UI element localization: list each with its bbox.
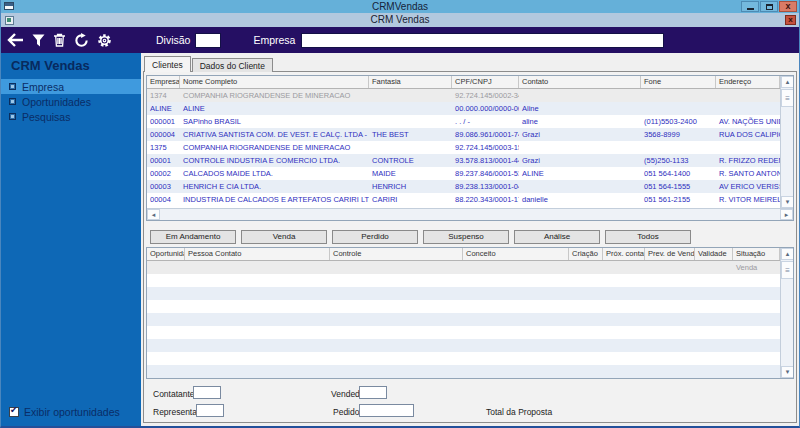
cell (147, 261, 185, 274)
table-row[interactable]: 1375COMPANHIA RIOGRANDENSE DE MINERACAO9… (147, 141, 780, 154)
table-row[interactable]: Venda (147, 261, 780, 274)
inner-close-button[interactable]: x (785, 15, 796, 25)
settings-icon[interactable] (97, 33, 112, 48)
table-row[interactable]: 000004CRIATIVA SANTISTA COM. DE VEST. E … (147, 128, 780, 141)
delete-icon[interactable] (53, 33, 66, 47)
restore-button[interactable] (760, 1, 778, 12)
table-row[interactable]: 00002CALCADOS MAIDE LTDA.MAIDE89.237.846… (147, 167, 780, 180)
column-header-prev-de-venda[interactable]: Prev. de Venda (645, 248, 695, 260)
scroll-up-icon[interactable]: ▴ (781, 76, 794, 88)
cell (695, 339, 733, 352)
cell (733, 313, 780, 326)
table-row[interactable] (147, 352, 780, 365)
column-header-pessoa-contato[interactable]: Pessoa Contato (185, 248, 330, 260)
column-header-fone[interactable]: Fone (641, 76, 716, 88)
scroll-right-icon[interactable]: ▸ (780, 209, 793, 220)
cell: 1375 (147, 141, 180, 154)
status-button-venda[interactable]: Venda (241, 230, 327, 244)
cell: 051 564-1555 (641, 180, 716, 193)
table-row[interactable]: ALINEALINE00.000.000/0000-00Aline (147, 102, 780, 115)
table-row[interactable]: 00004INDUSTRIA DE CALCADOS E ARTEFATOS C… (147, 193, 780, 206)
table-header: EmpresaNome CompletoFantasiaCPF/CNPJCont… (147, 76, 780, 89)
clients-grid: EmpresaNome CompletoFantasiaCPF/CNPJCont… (147, 76, 780, 206)
cell: R. SANTO ANTONIO D (716, 167, 780, 180)
total-proposta-label: Total da Proposta (486, 407, 552, 417)
cell: 89.237.846/0001-53 (452, 167, 519, 180)
table-row[interactable] (147, 300, 780, 313)
table-row[interactable]: 1374COMPANHIA RIOGRANDENSE DE MINERACAO9… (147, 89, 780, 102)
vendedor-input[interactable] (359, 386, 387, 399)
scroll-down-icon[interactable]: ▾ (781, 366, 794, 378)
table-row[interactable]: 000001SAPinho BRASIL. . / -aline(011)550… (147, 115, 780, 128)
table-row[interactable]: 00003HENRICH E CIA LTDA.HENRICH89.238.13… (147, 180, 780, 193)
column-header-endereco[interactable]: Endereço (716, 76, 780, 88)
table-row[interactable] (147, 274, 780, 287)
cell: AV. NAÇÕES UNIDAS (716, 115, 780, 128)
table-row[interactable] (147, 326, 780, 339)
opportunities-grid-wrap: OportunidadePessoa ContatoControleConcei… (146, 247, 794, 379)
sidebar-item-pesquisas[interactable]: Pesquisas (1, 109, 141, 124)
status-button-todos[interactable]: Todos (605, 230, 691, 244)
table-row[interactable]: 00001CONTROLE INDUSTRIA E COMERCIO LTDA.… (147, 154, 780, 167)
cell: 3568-8999 (641, 128, 716, 141)
table-row[interactable] (147, 287, 780, 300)
opportunities-vertical-scrollbar[interactable]: ▴ ≡ ▾ (780, 248, 793, 378)
company-input[interactable] (301, 33, 664, 48)
contatante-input[interactable] (193, 386, 221, 399)
sidebar-item-empresa[interactable]: Empresa (1, 79, 141, 94)
cell (330, 300, 463, 313)
division-input[interactable] (195, 33, 221, 48)
column-header-contato[interactable]: Contato (519, 76, 641, 88)
cell: (55)250-1133 (641, 154, 716, 167)
status-button-em-andamento[interactable]: Em Andamento (150, 230, 236, 244)
cell (463, 352, 569, 365)
cell (369, 115, 452, 128)
scroll-up-icon[interactable]: ▴ (781, 248, 794, 260)
cell: 00003 (147, 180, 180, 193)
refresh-icon[interactable] (74, 33, 89, 48)
cell (185, 326, 330, 339)
column-header-situacao[interactable]: Situação (733, 248, 780, 260)
cell (185, 339, 330, 352)
tab-dados-do-cliente[interactable]: Dados do Cliente (192, 58, 273, 72)
cell (695, 365, 733, 378)
cell: Aline (519, 102, 641, 115)
table-row[interactable] (147, 313, 780, 326)
column-header-empresa[interactable]: Empresa (147, 76, 180, 88)
table-row[interactable] (147, 339, 780, 352)
toolbar: Divisão Empresa (1, 27, 799, 53)
pedido-input[interactable] (359, 404, 414, 417)
filter-icon[interactable] (32, 34, 45, 47)
column-header-oportunidade[interactable]: Oportunidade (147, 248, 185, 260)
minimize-button[interactable] (741, 1, 759, 12)
cell (147, 352, 185, 365)
clients-horizontal-scrollbar[interactable]: ◂ ▸ (147, 208, 793, 220)
cell (463, 274, 569, 287)
tab-clientes[interactable]: Clientes (144, 56, 191, 72)
clients-vertical-scrollbar[interactable]: ▴ ≡ ▾ (780, 76, 793, 208)
column-header-conceito[interactable]: Conceito (463, 248, 569, 260)
column-header-controle[interactable]: Controle (330, 248, 463, 260)
scroll-thumb[interactable]: ≡ (781, 89, 794, 107)
scroll-thumb[interactable]: ≡ (781, 261, 794, 279)
column-header-cpf-cnpj[interactable]: CPF/CNPJ (452, 76, 519, 88)
scroll-down-icon[interactable]: ▾ (781, 196, 794, 208)
sidebar-item-oportunidades[interactable]: Oportunidades (1, 94, 141, 109)
table-row[interactable] (147, 365, 780, 378)
column-header-fantasia[interactable]: Fantasia (369, 76, 452, 88)
column-header-validade[interactable]: Validade (695, 248, 733, 260)
column-header-prox-contato[interactable]: Próx. contato (603, 248, 645, 260)
show-opportunities-checkbox[interactable]: ✔ (9, 407, 19, 417)
representante-input[interactable] (196, 404, 224, 417)
column-header-criacao[interactable]: Criação (569, 248, 603, 260)
status-button-perdido[interactable]: Perdido (332, 230, 418, 244)
scroll-left-icon[interactable]: ◂ (147, 209, 160, 220)
close-button[interactable]: x (779, 1, 797, 12)
back-icon[interactable] (7, 33, 24, 47)
status-button-suspenso[interactable]: Suspenso (423, 230, 509, 244)
cell (330, 274, 463, 287)
status-button-analise[interactable]: Análise (514, 230, 600, 244)
cell: 92.724.145/0003-15 (452, 141, 519, 154)
column-header-nome-completo[interactable]: Nome Completo (180, 76, 369, 88)
cell: SAPinho BRASIL (180, 115, 369, 128)
